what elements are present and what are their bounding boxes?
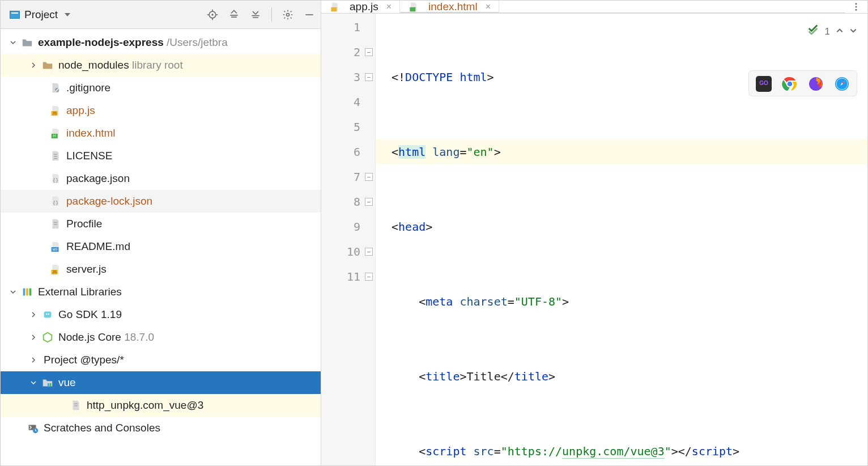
svg-rect-26: [26, 289, 28, 296]
svg-rect-25: [23, 289, 25, 296]
check-icon: [807, 19, 819, 44]
line-number[interactable]: 2−: [321, 40, 360, 65]
file-label: .gitignore: [66, 82, 110, 94]
tree-vue-file[interactable]: http_unpkg.com_vue@3: [1, 394, 321, 417]
svg-text:{}: {}: [52, 200, 58, 206]
fold-icon[interactable]: −: [365, 198, 373, 206]
close-icon[interactable]: ×: [386, 2, 392, 12]
tree-file-appjs[interactable]: JS app.js: [1, 99, 321, 122]
chevron-down-icon[interactable]: [29, 378, 38, 387]
tree-nodejs-core[interactable]: Node.js Core 18.7.0: [1, 326, 321, 349]
next-highlight-icon[interactable]: [849, 19, 857, 44]
js-file-icon: JS: [49, 263, 62, 276]
tree-file-readme[interactable]: MD README.md: [1, 235, 321, 258]
project-view-selector[interactable]: Project: [6, 7, 74, 22]
tree-external-libraries[interactable]: External Libraries: [1, 281, 321, 303]
external-libraries-label: External Libraries: [38, 286, 122, 298]
code-editor[interactable]: 1 2− 3− 4 5 6 7− 8− 9 10− 11− <!DOCTYPE …: [321, 14, 867, 466]
project-sidebar: Project example-nodejs-express /Users/je…: [1, 1, 321, 465]
file-icon: [49, 82, 62, 94]
vue-file-label: http_unpkg.com_vue@3: [87, 399, 203, 412]
tab-indexhtml[interactable]: index.html ×: [400, 1, 499, 13]
svg-text:H: H: [53, 134, 56, 138]
chevron-down-icon: [65, 13, 70, 16]
goland-icon[interactable]: GO: [756, 75, 772, 91]
folder-library-icon: [41, 376, 54, 389]
tabs-menu-button[interactable]: [845, 1, 867, 13]
text-file-icon: [70, 399, 82, 412]
chevron-right-icon[interactable]: [29, 310, 38, 319]
line-number[interactable]: 11−: [321, 264, 360, 289]
tree-types[interactable]: Project @types/*: [1, 349, 321, 371]
gear-icon[interactable]: [282, 9, 293, 20]
fold-icon[interactable]: −: [365, 48, 373, 56]
svg-point-40: [856, 6, 857, 8]
nodejs-core-version: 18.7.0: [124, 331, 154, 344]
prev-highlight-icon[interactable]: [836, 19, 844, 44]
file-label: package-lock.json: [66, 195, 152, 207]
inspection-widget[interactable]: 1: [807, 19, 857, 44]
firefox-icon[interactable]: [808, 75, 824, 91]
nodejs-core-label: Node.js Core: [58, 331, 121, 344]
safari-icon[interactable]: [834, 75, 850, 91]
md-file-icon: MD: [49, 240, 62, 253]
svg-point-1: [211, 14, 213, 15]
tree-file-packagelock[interactable]: {} package-lock.json: [1, 190, 321, 213]
svg-rect-27: [29, 289, 32, 296]
project-root-name: example-nodejs-express: [38, 36, 164, 49]
file-label: server.js: [66, 263, 107, 276]
tree-file-serverjs[interactable]: JS server.js: [1, 258, 321, 281]
line-number[interactable]: 4: [321, 90, 360, 115]
folder-icon: [41, 59, 54, 71]
minimize-icon[interactable]: [304, 9, 315, 20]
svg-text:{}: {}: [52, 177, 58, 183]
tree-file-indexhtml[interactable]: H index.html: [1, 122, 321, 145]
chevron-down-icon[interactable]: [8, 38, 18, 47]
code-content[interactable]: <!DOCTYPE html> <html lang="en"> <head> …: [376, 14, 867, 466]
fold-icon[interactable]: −: [365, 248, 373, 256]
svg-text:GO: GO: [759, 80, 768, 86]
tab-appjs[interactable]: app.js ×: [321, 1, 400, 13]
tree-file-procfile[interactable]: Procfile: [1, 213, 321, 235]
browser-preview-bar: GO: [748, 70, 857, 96]
project-tree[interactable]: example-nodejs-express /Users/jetbra nod…: [1, 29, 321, 465]
tree-file-gitignore[interactable]: .gitignore: [1, 77, 321, 99]
tree-node-modules[interactable]: node_modules library root: [1, 54, 321, 77]
expand-all-icon[interactable]: [228, 9, 240, 20]
line-number[interactable]: 6: [321, 139, 360, 164]
tree-vue[interactable]: vue: [1, 371, 321, 394]
tree-file-packagejson[interactable]: {} package.json: [1, 167, 321, 190]
tree-file-license[interactable]: LICENSE: [1, 145, 321, 167]
chrome-icon[interactable]: [782, 75, 798, 91]
chevron-right-icon[interactable]: [29, 333, 38, 342]
line-number[interactable]: 1: [321, 15, 360, 40]
tree-project-root[interactable]: example-nodejs-express /Users/jetbra: [1, 31, 321, 54]
tree-go-sdk[interactable]: Go SDK 1.19: [1, 303, 321, 326]
svg-point-41: [856, 9, 857, 11]
line-number[interactable]: 9: [321, 214, 360, 239]
svg-rect-32: [50, 383, 52, 387]
chevron-right-icon[interactable]: [29, 61, 38, 70]
fold-icon[interactable]: −: [365, 173, 373, 181]
svg-point-30: [48, 314, 49, 315]
line-number[interactable]: 8−: [321, 189, 360, 214]
fold-icon[interactable]: −: [365, 273, 373, 281]
line-number[interactable]: 3−: [321, 65, 360, 90]
collapse-all-icon[interactable]: [250, 9, 261, 20]
sidebar-toolbar: Project: [1, 1, 321, 29]
tab-label: app.js: [350, 1, 378, 13]
line-number[interactable]: 7−: [321, 164, 360, 189]
close-icon[interactable]: ×: [486, 2, 491, 12]
tree-scratches[interactable]: Scratches and Consoles: [1, 417, 321, 439]
line-number[interactable]: 5: [321, 115, 360, 139]
library-icon: [21, 286, 33, 298]
locate-icon[interactable]: [207, 9, 218, 20]
chevron-down-icon[interactable]: [8, 287, 18, 296]
fold-icon[interactable]: −: [365, 73, 373, 81]
line-gutter[interactable]: 1 2− 3− 4 5 6 7− 8− 9 10− 11−: [321, 14, 376, 466]
svg-rect-28: [44, 312, 52, 318]
editor-tabs: app.js × index.html ×: [321, 1, 867, 14]
chevron-right-icon[interactable]: [29, 355, 38, 365]
line-number[interactable]: 10−: [321, 239, 360, 264]
svg-rect-31: [48, 383, 49, 387]
